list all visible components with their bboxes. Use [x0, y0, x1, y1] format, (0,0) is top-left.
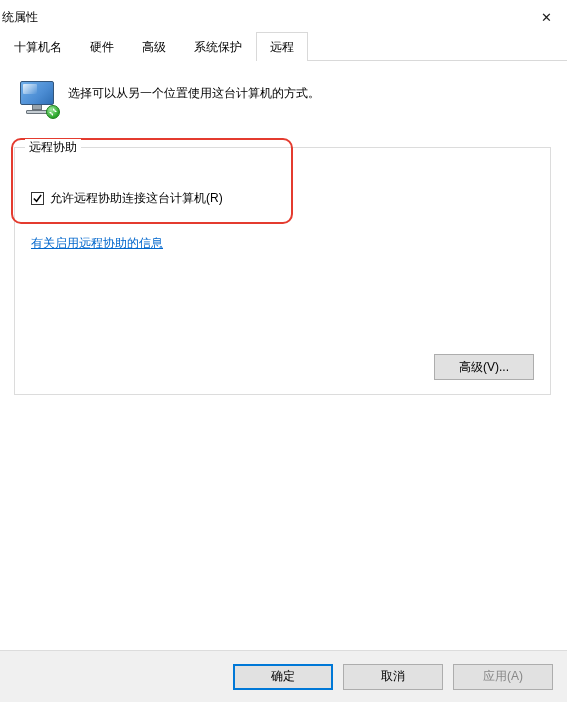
remote-assistance-group: 远程协助 允许远程协助连接这台计算机(R) 有关启用远程协助的信息 高级(V).…: [14, 147, 551, 395]
tab-system-protection[interactable]: 系统保护: [180, 32, 256, 61]
advanced-button[interactable]: 高级(V)...: [434, 354, 534, 380]
tab-advanced[interactable]: 高级: [128, 32, 180, 61]
tab-remote[interactable]: 远程: [256, 32, 308, 61]
titlebar: 统属性 ✕: [0, 0, 567, 34]
intro-row: 选择可以从另一个位置使用这台计算机的方式。: [18, 83, 551, 117]
allow-remote-assistance-row[interactable]: 允许远程协助连接这台计算机(R): [31, 190, 534, 207]
tab-content: 选择可以从另一个位置使用这台计算机的方式。 远程协助 允许远程协助连接这台计算机…: [0, 61, 567, 650]
apply-button[interactable]: 应用(A): [453, 664, 553, 690]
remote-assistance-help-link[interactable]: 有关启用远程协助的信息: [31, 236, 163, 250]
window-title: 统属性: [2, 9, 38, 26]
close-icon[interactable]: ✕: [525, 10, 567, 25]
cancel-button[interactable]: 取消: [343, 664, 443, 690]
allow-remote-assistance-checkbox[interactable]: [31, 192, 44, 205]
intro-text: 选择可以从另一个位置使用这台计算机的方式。: [68, 83, 320, 102]
dialog-footer: 确定 取消 应用(A): [0, 650, 567, 702]
tabstrip: 十算机名 硬件 高级 系统保护 远程: [0, 34, 567, 61]
tab-hardware[interactable]: 硬件: [76, 32, 128, 61]
allow-remote-assistance-label: 允许远程协助连接这台计算机(R): [50, 190, 223, 207]
remote-computer-icon: [18, 81, 58, 117]
ok-button[interactable]: 确定: [233, 664, 333, 690]
group-legend: 远程协助: [25, 139, 81, 156]
tab-computer-name[interactable]: 十算机名: [0, 32, 76, 61]
